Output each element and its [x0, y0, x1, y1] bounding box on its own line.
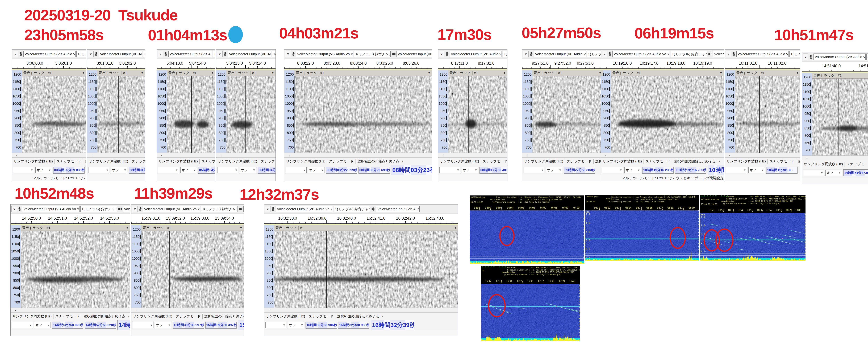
track-menu-caret[interactable]: ▼	[141, 72, 144, 75]
track-header[interactable]: 音声トラック#1▼	[532, 70, 603, 76]
snap-mode-combo[interactable]: オフ∨	[826, 170, 842, 176]
timeline-ruler[interactable]: 14:51:48.014:51:49.0	[802, 61, 868, 72]
track-menu-caret[interactable]: ▼	[211, 72, 214, 75]
sample-rate-combo[interactable]: ∨	[602, 167, 623, 173]
track-menu-caret[interactable]: ▼	[271, 72, 274, 75]
recording-device-combo[interactable]: VoiceMeeter Output (VB-Audio Vo∨	[450, 51, 502, 57]
track-header[interactable]: 音声トラック#1▼	[274, 225, 458, 231]
track-header[interactable]: 音声トラック#1▼	[611, 70, 724, 76]
track-menu-caret[interactable]: ▼	[454, 226, 457, 229]
track-header[interactable]: 音声トラック#1▼	[167, 70, 215, 76]
spectrogram-view[interactable]	[22, 70, 86, 153]
playback-device-combo[interactable]: VoiceMeeter Input (VB-Audio Voi∨	[397, 51, 432, 57]
sample-rate-combo[interactable]: ∨	[286, 167, 307, 173]
recording-channels-combo[interactable]: 1(モノラル) 録音チャンネル∨	[334, 206, 370, 212]
frequency-ruler[interactable]: 12001150110010501000950900850800750700	[12, 70, 22, 153]
horizontal-scrollbar[interactable]: ‹	[284, 153, 432, 158]
track-header[interactable]: 音声トラック#1▼	[812, 73, 868, 79]
spectrogram-view[interactable]	[274, 225, 458, 308]
toolbar-grip-chevron[interactable]: ∨	[285, 51, 291, 57]
snap-mode-combo[interactable]: オフ∨	[624, 167, 641, 173]
playback-device-combo[interactable]: VoiceMeeter Input (VB-Audio Voi∨	[123, 206, 130, 212]
recording-device-combo[interactable]: VoiceMeeter Output (VB-Audio Vo∨	[736, 51, 788, 57]
toolbar-grip-chevron[interactable]: ∨	[217, 51, 222, 57]
snap-mode-combo[interactable]: オフ∨	[180, 167, 197, 173]
recording-channels-combo[interactable]: 1(モノラル) 録音チャンネル	[272, 51, 276, 57]
horizontal-scrollbar[interactable]: ‹	[157, 153, 215, 158]
recording-device-combo[interactable]: VoiceMeeter Output (VB-Audio Vo∨	[24, 51, 75, 57]
toolbar-grip-chevron[interactable]: ∨	[11, 206, 17, 212]
timeline-ruler[interactable]: 9:27:51.09:27:52.09:27:53.0	[522, 59, 603, 68]
spectrogram-view[interactable]	[226, 70, 276, 153]
toolbar-grip-chevron[interactable]: ∨	[602, 51, 607, 57]
track-header[interactable]: 音声トラック#1▼	[97, 70, 145, 76]
sample-rate-combo[interactable]: ∨	[158, 167, 179, 173]
spectrogram-view[interactable]	[532, 70, 603, 153]
toolbar-grip-chevron[interactable]: ∨	[13, 51, 18, 57]
snap-mode-combo[interactable]: オフ∨	[111, 167, 127, 173]
frequency-ruler[interactable]: 12001150110010501000950900850800750700	[802, 73, 812, 156]
playback-device-combo[interactable]: VoiceMeeter Input (VB-Audio Voi∨	[376, 206, 420, 212]
audio-position-display[interactable]: 14時間52分50秒▼	[117, 320, 130, 330]
timeline-ruler[interactable]: 5:04:13.05:04:14.0	[216, 59, 276, 68]
toolbar-grip-chevron[interactable]: ∨	[439, 51, 444, 57]
track-menu-caret[interactable]: ▼	[126, 226, 129, 229]
horizontal-scrollbar[interactable]: ‹	[216, 153, 276, 158]
track-header[interactable]: 音声トラック#1▼	[735, 70, 800, 76]
spectrogram-view[interactable]	[97, 70, 145, 153]
timeline-ruler[interactable]: 14:52:50.014:52:51.014:52:52.014:52:53.0	[10, 214, 130, 224]
toolbar-grip-chevron[interactable]: ∨	[158, 51, 163, 57]
frequency-ruler[interactable]: 12001150110010501000950900850800750700	[157, 70, 167, 153]
recording-channels-combo[interactable]: 1(モノラル) 録音チャンネル∨	[789, 51, 800, 57]
spectrogram-view[interactable]	[294, 70, 432, 153]
selection-time-field[interactable]: 03時間05分59.8▼	[86, 167, 86, 173]
track-menu-caret[interactable]: ▼	[82, 72, 85, 75]
recording-device-combo[interactable]: VoiceMeeter Output (VB-Audio Vo∨	[143, 206, 200, 212]
timeline-ruler[interactable]: 8:17:31.08:17:32.0	[438, 59, 507, 68]
track-menu-caret[interactable]: ▼	[599, 72, 601, 75]
recording-device-combo[interactable]: VoiceMeeter Output (VB-Audio Vo∨	[168, 51, 212, 57]
toolbar-grip-chevron[interactable]: ∨	[132, 206, 138, 212]
recording-channels-combo[interactable]: 1(モノラル) 録音チャンネル∨	[354, 51, 391, 57]
horizontal-scrollbar[interactable]: ‹	[438, 153, 507, 158]
sample-rate-combo[interactable]: ∨	[266, 322, 286, 328]
recording-device-combo[interactable]: VoiceMeeter Output (VB-Audio Vo∨	[276, 206, 333, 212]
timeline-ruler[interactable]: 5:04:13.05:04:14.0	[157, 59, 215, 68]
horizontal-scrollbar[interactable]: ‹	[264, 308, 458, 312]
track-header[interactable]: 音声トラック#1▼	[294, 70, 432, 76]
frequency-ruler[interactable]: 12001150110010501000950900850800750700	[438, 70, 448, 153]
track-menu-caret[interactable]: ▼	[720, 72, 722, 75]
selection-time-field[interactable]: 15時間39分30.397秒▼	[205, 322, 237, 329]
track-header[interactable]: 音声トラック#1▼	[22, 70, 86, 76]
toolbar-grip-chevron[interactable]: ∨	[88, 51, 94, 57]
recording-device-combo[interactable]: VoiceMeeter Output (VB-Audio Vo∨	[534, 51, 586, 57]
recording-channels-combo[interactable]: 1(モノラル) 録音チャンネル	[143, 51, 145, 57]
track-menu-caret[interactable]: ▼	[796, 72, 799, 75]
recording-device-combo[interactable]: VoiceMeeter Output (VB-Audio Vo∨	[613, 51, 670, 57]
sample-rate-combo[interactable]: ∨	[803, 170, 824, 176]
horizontal-scrollbar[interactable]: ‹	[601, 153, 724, 158]
recording-device-combo[interactable]: VoiceMeeter Output (VB-Audio Vo∨	[813, 54, 866, 60]
frequency-ruler[interactable]: 12001150110010501000950900850800750700	[10, 225, 21, 308]
selection-time-field[interactable]: 14時間51分47.983秒▼	[843, 169, 868, 176]
selection-time-field[interactable]: 05時間04分13.183秒▼	[198, 167, 215, 173]
timeline-ruler[interactable]: 15:39:31.015:39:32.015:39:33.015:39:34.0	[131, 214, 244, 224]
audio-position-display[interactable]: 10時間1▼	[708, 165, 724, 175]
selection-time-field[interactable]: 08時間03分22.699秒▼	[359, 167, 390, 173]
horizontal-scrollbar[interactable]: ‹	[725, 153, 800, 158]
playback-device-combo[interactable]: VoiceMeeter Input (VB-Audio Voi∨	[243, 206, 244, 212]
snap-mode-combo[interactable]: オフ∨	[546, 167, 562, 173]
sample-rate-combo[interactable]: ∨	[218, 167, 238, 173]
frequency-ruler[interactable]: 12001150110010501000950900850800750700	[216, 70, 226, 153]
track-header[interactable]: 音声トラック#1▼	[21, 225, 130, 231]
track-header[interactable]: 音声トラック#1▼	[448, 70, 507, 76]
timeline-ruler[interactable]: 16:32:38.016:32:39.016:32:40.016:32:41.0…	[264, 214, 458, 224]
selection-time-field[interactable]: 05時間04分13.183秒▼	[258, 167, 276, 173]
selection-time-field[interactable]: 03時間01分00.902秒▼	[129, 167, 145, 173]
track-menu-caret[interactable]: ▼	[240, 226, 242, 229]
recording-channels-combo[interactable]: 1(モノラル) 録音チャンネル∨	[671, 51, 707, 57]
selection-time-field[interactable]: 16時間32分38.986秒▼	[306, 322, 337, 329]
recording-device-combo[interactable]: VoiceMeeter Output (VB-Audio Vo∨	[228, 51, 271, 57]
timeline-ruler[interactable]: 8:03:22.08:03:23.08:03:24.08:03:25.08:03…	[284, 59, 432, 68]
selection-time-field[interactable]: 08時間03分22.699秒▼	[326, 167, 357, 173]
